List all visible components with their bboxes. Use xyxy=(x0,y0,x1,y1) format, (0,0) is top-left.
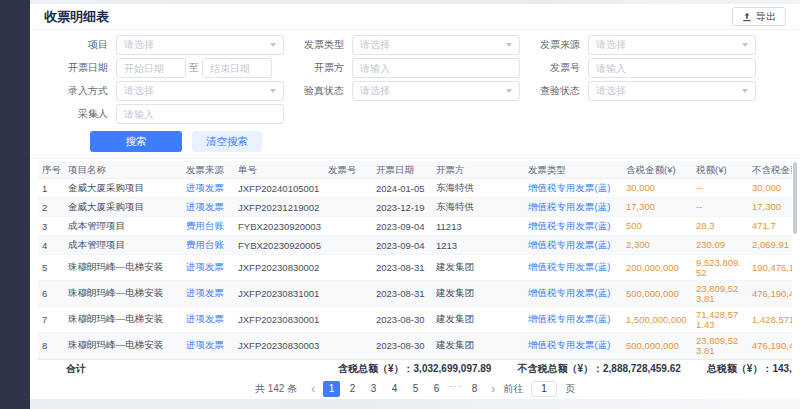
cell-order_no: FYBX20230920003 xyxy=(234,221,324,232)
cell-date: 2023-08-31 xyxy=(372,262,432,273)
cell-date: 2023-08-30 xyxy=(372,340,432,351)
filter-field-invoice-source: 发票来源 请选择 xyxy=(528,35,756,55)
invoice-no-input[interactable] xyxy=(588,58,756,78)
invoice-source-select[interactable]: 请选择 xyxy=(588,35,756,55)
table-header-row: 序号项目名称发票来源单号发票号开票日期开票方发票类型含税金额(¥)税额(¥)不含… xyxy=(38,161,792,179)
table-row[interactable]: 6珠穆朗玛峰—电梯安装进项发票JXFP202308310012023-08-31… xyxy=(38,281,792,307)
cell-source[interactable]: 费用台账 xyxy=(182,239,234,252)
goto-page-input[interactable] xyxy=(531,381,557,397)
cell-tax: -- xyxy=(692,202,748,212)
cell-source[interactable]: 费用台账 xyxy=(182,220,234,233)
export-button-label: 导出 xyxy=(756,10,776,24)
verify-status-select[interactable]: 请选择 xyxy=(352,81,520,101)
page-button-3[interactable]: 3 xyxy=(365,381,382,397)
cell-index: 7 xyxy=(38,314,64,325)
cell-date: 2023-08-30 xyxy=(372,314,432,325)
table-row[interactable]: 8珠穆朗玛峰—电梯安装进项发票JXFP202308300032023-08-30… xyxy=(38,333,792,359)
cell-tax: -- xyxy=(692,183,748,193)
page-button-5[interactable]: 5 xyxy=(407,381,424,397)
search-button[interactable]: 搜索 xyxy=(90,131,182,152)
cell-amount: 2,300 xyxy=(622,240,692,250)
cell-source[interactable]: 进项发票 xyxy=(182,261,234,274)
cell-issuer: 建发集团 xyxy=(432,339,524,352)
select-placeholder: 请选择 xyxy=(360,84,390,98)
page-button-4[interactable]: 4 xyxy=(386,381,403,397)
cell-net: 190,476,190.48 xyxy=(748,263,792,273)
field-label: 验真状态 xyxy=(292,84,344,98)
invoice-detail-page: 收票明细表 导出 项目 请选择 发票类型 xyxy=(30,4,800,397)
cell-amount: 500 xyxy=(622,221,692,231)
cell-project: 金威大厦采购项目 xyxy=(64,201,182,214)
cell-amount: 30,000 xyxy=(622,183,692,193)
cell-type: 增值税专用发票(蓝) xyxy=(524,261,622,274)
cell-type: 增值税专用发票(蓝) xyxy=(524,287,622,300)
table-row[interactable]: 1金威大厦采购项目进项发票JXFP202401050012024-01-05东海… xyxy=(38,179,792,198)
table-row[interactable]: 4成本管理项目费用台账FYBX202309200052023-09-041213… xyxy=(38,236,792,255)
cell-date: 2023-08-31 xyxy=(372,288,432,299)
cell-tax: 23,809,523.81 xyxy=(692,284,748,304)
filter-field-check-status: 查验状态 请选择 xyxy=(528,81,756,101)
cell-project: 成本管理项目 xyxy=(64,239,182,252)
export-button[interactable]: 导出 xyxy=(732,7,786,26)
cell-source[interactable]: 进项发票 xyxy=(182,339,234,352)
entry-method-select[interactable]: 请选择 xyxy=(116,81,284,101)
column-header: 不含税金额(¥) xyxy=(748,161,792,178)
issuer-input[interactable] xyxy=(352,58,520,78)
filter-grid: 项目 请选择 发票类型 请选择 发票来源 请选择 xyxy=(56,35,790,124)
cell-net: 2,069.91 xyxy=(748,240,792,250)
cell-project: 珠穆朗玛峰—电梯安装 xyxy=(64,339,182,352)
table-row[interactable]: 5珠穆朗玛峰—电梯安装进项发票JXFP202308300022023-08-31… xyxy=(38,255,792,281)
column-header: 税额(¥) xyxy=(692,161,748,178)
table-row[interactable]: 7珠穆朗玛峰—电梯安装进项发票JXFP202308300012023-08-30… xyxy=(38,307,792,333)
chevron-down-icon xyxy=(270,43,276,47)
cell-issuer: 东海特供 xyxy=(432,201,524,214)
pagination: 共 142 条 ‹ 123456···8 › 前往 页 xyxy=(30,378,800,399)
table-row[interactable]: 3成本管理项目费用台账FYBX202309200032023-09-041121… xyxy=(38,217,792,236)
cell-type: 增值税专用发票(蓝) xyxy=(524,239,622,252)
table-row[interactable]: 2金威大厦采购项目进项发票JXFP202312190022023-12-19东海… xyxy=(38,198,792,217)
total-without-tax: 不含税总额（¥）：2,888,728,459.62 xyxy=(517,362,680,376)
page-button-8[interactable]: 8 xyxy=(466,381,483,397)
page-button-6[interactable]: 6 xyxy=(428,381,445,397)
cell-order_no: JXFP20230830002 xyxy=(234,262,324,273)
check-status-select[interactable]: 请选择 xyxy=(588,81,756,101)
cell-tax: 28.3 xyxy=(692,221,748,231)
select-placeholder: 请选择 xyxy=(596,38,626,52)
cell-source[interactable]: 进项发票 xyxy=(182,287,234,300)
cell-tax: 71,428,571.43 xyxy=(692,310,748,330)
cell-tax: 23,809,523.81 xyxy=(692,336,748,356)
start-date-input[interactable] xyxy=(116,58,186,78)
cell-net: 30,000 xyxy=(748,183,792,193)
cell-source[interactable]: 进项发票 xyxy=(182,201,234,214)
cell-order_no: JXFP20230831001 xyxy=(234,288,324,299)
cell-index: 3 xyxy=(38,221,64,232)
cell-date: 2023-12-19 xyxy=(372,202,432,213)
invoice-type-select[interactable]: 请选择 xyxy=(352,35,520,55)
cell-type: 增值税专用发票(蓝) xyxy=(524,220,622,233)
prev-page-button[interactable]: ‹ xyxy=(308,382,318,396)
cell-order_no: JXFP20231219002 xyxy=(234,202,324,213)
column-header: 项目名称 xyxy=(64,161,182,178)
filter-field-verify-status: 验真状态 请选择 xyxy=(292,81,520,101)
field-label: 查验状态 xyxy=(528,84,580,98)
cell-source[interactable]: 进项发票 xyxy=(182,313,234,326)
page-button-1[interactable]: 1 xyxy=(323,381,340,397)
column-header: 发票号 xyxy=(324,161,372,178)
next-page-button[interactable]: › xyxy=(488,382,498,396)
project-select[interactable]: 请选择 xyxy=(116,35,284,55)
end-date-input[interactable] xyxy=(202,58,272,78)
field-label: 开票方 xyxy=(292,61,344,75)
table-scrollbar[interactable] xyxy=(793,162,797,234)
clear-search-button[interactable]: 清空搜索 xyxy=(192,131,262,152)
page-button-2[interactable]: 2 xyxy=(344,381,361,397)
cell-date: 2024-01-05 xyxy=(372,183,432,194)
filter-field-issuer: 开票方 xyxy=(292,58,520,78)
cell-source[interactable]: 进项发票 xyxy=(182,182,234,195)
cell-order_no: JXFP20230830003 xyxy=(234,340,324,351)
select-placeholder: 请选择 xyxy=(124,38,154,52)
select-placeholder: 请选择 xyxy=(596,84,626,98)
cell-index: 1 xyxy=(38,183,64,194)
collector-input[interactable] xyxy=(116,104,284,124)
column-header: 发票类型 xyxy=(524,161,622,178)
column-header: 开票日期 xyxy=(372,161,432,178)
